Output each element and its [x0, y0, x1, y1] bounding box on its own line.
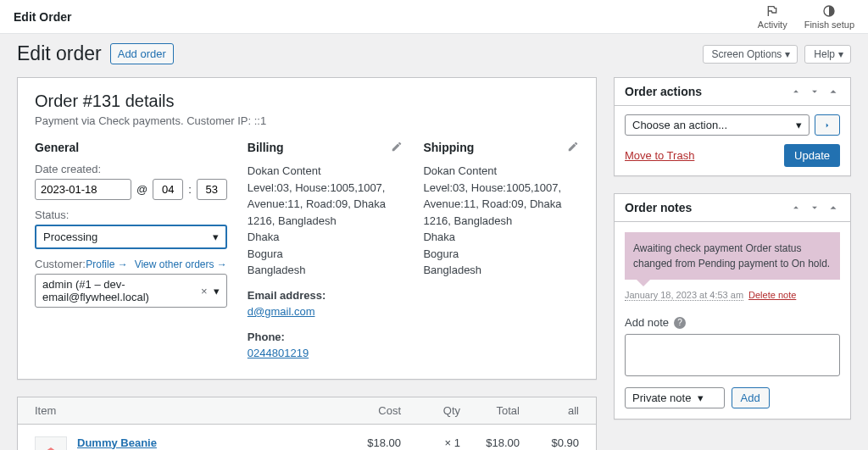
- product-thumbnail: [35, 436, 67, 451]
- move-down-button[interactable]: [808, 201, 821, 214]
- page-title: Edit order: [17, 42, 102, 65]
- chevron-down-icon: ▾: [838, 48, 843, 60]
- caret-up-icon: [827, 86, 839, 97]
- phone-label: Phone:: [248, 329, 403, 346]
- chevron-down-icon: ▾: [698, 392, 704, 404]
- caret-up-icon: [827, 202, 839, 214]
- order-subtitle: Payment via Check payments. Customer IP:…: [35, 114, 579, 127]
- billing-column: Billing Dokan Content Level:03, House:10…: [248, 141, 403, 362]
- order-note: Awaiting check payment Order status chan…: [625, 232, 840, 280]
- email-label: Email address:: [248, 287, 403, 304]
- left-column: Order #131 details Payment via Check pay…: [17, 77, 597, 450]
- chevron-right-icon: [823, 121, 832, 130]
- date-input[interactable]: [35, 179, 131, 200]
- shipping-heading: Shipping: [423, 141, 579, 154]
- billing-phone-link[interactable]: 0244801219: [248, 347, 309, 359]
- customer-select[interactable]: admin (#1 – dev-email@flywheel.local) × …: [35, 274, 227, 308]
- customer-label: Customer:: [35, 258, 86, 270]
- th-all: all: [520, 404, 579, 417]
- note-type-select[interactable]: Private note ▾: [625, 387, 725, 408]
- chevron-up-icon: [790, 202, 802, 214]
- pencil-icon: [567, 141, 579, 153]
- progress-circle-icon: [822, 4, 836, 18]
- item-qty: × 1: [401, 436, 460, 449]
- clear-customer-icon[interactable]: ×: [201, 285, 208, 297]
- help-icon[interactable]: ?: [674, 317, 686, 329]
- profile-link[interactable]: Profile →: [86, 258, 127, 270]
- chevron-down-icon: ▾: [214, 285, 220, 297]
- shipping-column: Shipping Dokan Content Level:03, House:1…: [423, 141, 579, 362]
- chevron-down-icon: ▾: [785, 48, 790, 60]
- th-total: Total: [460, 404, 520, 417]
- toggle-box-button[interactable]: [826, 201, 840, 214]
- items-table-header: Item Cost Qty Total all: [18, 397, 596, 425]
- order-action-select[interactable]: Choose an action...▾: [625, 114, 810, 136]
- edit-shipping-button[interactable]: [567, 141, 579, 155]
- add-note-button[interactable]: Add: [732, 387, 770, 408]
- order-notes-box: Order notes Awaiting check payment Order…: [614, 193, 851, 419]
- view-other-orders-link[interactable]: View other orders →: [135, 258, 227, 270]
- product-name-link[interactable]: Dummy Beanie: [77, 436, 157, 449]
- status-select[interactable]: Processing ▾: [35, 225, 227, 249]
- billing-email-link[interactable]: d@gmail.com: [248, 305, 315, 318]
- order-details-box: Order #131 details Payment via Check pay…: [17, 77, 597, 380]
- order-notes-heading: Order notes: [625, 201, 692, 214]
- chevron-down-icon: [809, 202, 821, 214]
- delete-note-link[interactable]: Delete note: [748, 290, 796, 301]
- item-tax: $0.90: [520, 436, 579, 449]
- apply-action-button[interactable]: [815, 114, 840, 136]
- move-down-button[interactable]: [808, 85, 821, 98]
- move-to-trash-link[interactable]: Move to Trash: [625, 149, 694, 162]
- order-actions-box: Order actions Choose an action...▾ Move …: [614, 77, 851, 176]
- note-timestamp: January 18, 2023 at 4:53 am: [625, 290, 743, 301]
- order-title: Order #131 details: [35, 92, 579, 111]
- general-column: General Date created: @ :: [35, 141, 227, 362]
- order-actions-heading: Order actions: [625, 85, 702, 98]
- topbar-title: Edit Order: [14, 10, 71, 24]
- screen-options-button[interactable]: Screen Options ▾: [703, 45, 798, 64]
- chevron-down-icon: ▾: [796, 119, 802, 131]
- chevron-up-icon: [790, 86, 802, 97]
- topbar-actions: Activity Finish setup: [758, 4, 854, 30]
- hour-input[interactable]: [153, 179, 183, 200]
- activity-button[interactable]: Activity: [758, 4, 787, 30]
- flag-icon: [765, 4, 779, 18]
- th-qty: Qty: [401, 404, 460, 417]
- status-label: Status:: [35, 208, 227, 221]
- general-heading: General: [35, 141, 227, 154]
- edit-billing-button[interactable]: [391, 141, 403, 155]
- main-content: Order #131 details Payment via Check pay…: [0, 77, 868, 450]
- chevron-down-icon: [809, 86, 821, 97]
- note-textarea[interactable]: [625, 334, 840, 376]
- billing-heading: Billing: [248, 141, 403, 154]
- date-created-label: Date created:: [35, 163, 227, 175]
- table-row: Dummy Beanie SKU: dummy-beanie $18.00 × …: [18, 425, 596, 451]
- right-column: Order actions Choose an action...▾ Move …: [614, 77, 851, 419]
- item-total: $18.00: [460, 436, 520, 449]
- page-header: Edit order Add order Screen Options ▾ He…: [0, 34, 868, 77]
- update-button[interactable]: Update: [784, 144, 840, 167]
- move-up-button[interactable]: [789, 201, 803, 214]
- finish-setup-button[interactable]: Finish setup: [804, 4, 854, 30]
- order-items-box: Item Cost Qty Total all Dummy Beanie SKU…: [17, 397, 597, 451]
- minute-input[interactable]: [197, 179, 227, 200]
- pencil-icon: [391, 141, 403, 153]
- add-note-label: Add note: [625, 316, 669, 329]
- move-up-button[interactable]: [789, 85, 803, 98]
- th-cost: Cost: [342, 404, 401, 417]
- add-order-button[interactable]: Add order: [110, 43, 174, 64]
- th-item: Item: [35, 404, 342, 417]
- toggle-box-button[interactable]: [826, 85, 840, 98]
- admin-topbar: Edit Order Activity Finish setup: [0, 0, 868, 34]
- item-cost: $18.00: [342, 436, 401, 449]
- chevron-down-icon: ▾: [213, 231, 219, 243]
- help-button[interactable]: Help ▾: [804, 45, 851, 64]
